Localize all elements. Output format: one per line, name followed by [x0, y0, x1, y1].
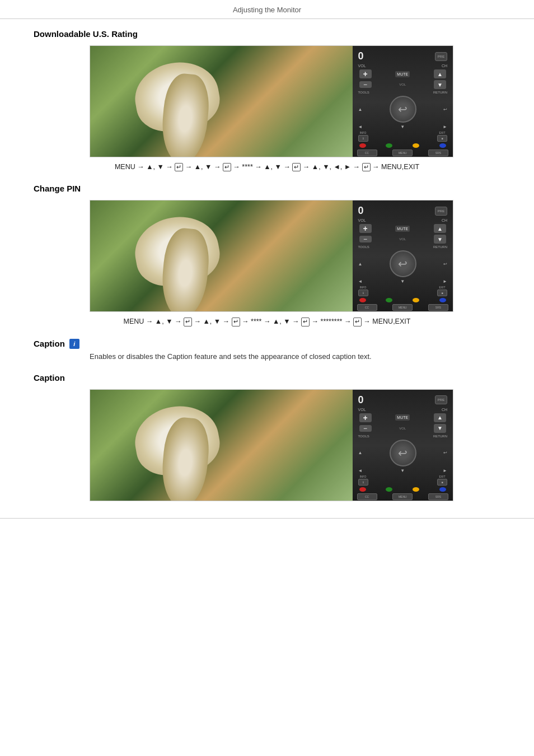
- mute-btn-3: MUTE: [395, 414, 410, 421]
- info-block-1: INFO ℹ: [358, 131, 368, 142]
- remote-top-row-2: 0 PRE: [356, 205, 449, 217]
- ch-up-1: ▲: [434, 69, 446, 78]
- green-btn-1: [386, 143, 392, 148]
- nav-right-3: ►: [443, 468, 447, 473]
- info-label-3: INFO: [360, 475, 367, 478]
- tools-label-1: TOOLS: [358, 91, 369, 94]
- yellow-btn-2: [413, 298, 419, 302]
- exit-btn-2: ■: [437, 290, 447, 296]
- vol-label-3: VOL: [358, 408, 366, 412]
- info-icon: i: [69, 339, 79, 349]
- info-btn-2: ℹ: [358, 290, 368, 296]
- remote-vol-down-row-1: − VOL ▼: [356, 80, 449, 89]
- yellow-btn-1: [413, 143, 419, 148]
- remote-pre-icon-1: PRE: [435, 52, 447, 61]
- remote-2: 0 PRE VOL CH + MUTE ▲ − VOL ▼: [353, 200, 453, 312]
- section-title-change-pin: Change PIN: [34, 184, 500, 193]
- header-title: Adjusting the Monitor: [233, 6, 301, 14]
- srs-btn-2: SRS: [428, 304, 448, 311]
- remote-top-row-3: 0 PRE: [356, 394, 449, 406]
- menu-btn-1: MENU: [392, 150, 413, 156]
- ch-up-2: ▲: [434, 224, 446, 233]
- red-btn-1: [359, 143, 366, 148]
- vol-num-2: VOL: [399, 237, 406, 241]
- image-change-pin: 0 PRE VOL CH + MUTE ▲ − VOL ▼: [90, 200, 453, 312]
- nav-up-3: ▲: [358, 450, 363, 455]
- green-btn-2: [386, 298, 392, 302]
- vol-minus-1: −: [359, 81, 372, 88]
- exit-btn-3: ■: [437, 479, 447, 486]
- remote-top-row-1: 0 PRE: [356, 50, 449, 62]
- butterfly-image-3: [90, 390, 353, 501]
- red-btn-3: [359, 487, 366, 492]
- blue-btn-2: [439, 298, 446, 302]
- section-title-downloadable: Downloadable U.S. Rating: [34, 29, 500, 39]
- tools-label-2: TOOLS: [358, 245, 369, 249]
- nav-left-1: ◄: [358, 124, 363, 129]
- return-btn-2: ↩: [443, 262, 447, 267]
- return-label-3: RETURN: [433, 435, 447, 438]
- caption-title-row: Caption i: [34, 339, 500, 349]
- formula-change-pin: MENU → ▲, ▼ → ↵ → ▲, ▼ → ↵ → **** → ▲, ▼…: [34, 318, 500, 326]
- remote-pre-label-3: PRE: [438, 398, 444, 402]
- cc-btn-2: CC: [357, 304, 377, 311]
- blue-btn-3: [439, 487, 446, 492]
- bottom-row-1: CC MENU SRS: [356, 150, 449, 156]
- tools-return-row-2: TOOLS RETURN: [356, 245, 449, 249]
- section-change-pin: Change PIN 0 PRE VOL CH + MUTE ▲: [34, 184, 500, 326]
- ch-label-2: CH: [442, 218, 447, 222]
- colored-row-3: [356, 487, 449, 492]
- butterfly-image-2: [90, 200, 353, 312]
- blue-btn-1: [439, 143, 446, 148]
- vol-minus-2: −: [359, 236, 372, 242]
- page-header: Adjusting the Monitor: [0, 0, 534, 19]
- nav-up-1: ▲: [358, 107, 363, 112]
- exit-label-3: EXIT: [439, 475, 445, 478]
- info-btn-1: ℹ: [358, 135, 368, 142]
- bottom-row-3: CC MENU SRS: [356, 493, 449, 500]
- vol-num-1: VOL: [399, 83, 406, 86]
- remote-3: 0 PRE VOL CH + MUTE ▲ − VOL ▼: [353, 390, 453, 501]
- exit-block-2: EXIT ■: [437, 286, 447, 296]
- center-btn-3: ↩: [390, 440, 416, 466]
- remote-vol-down-row-3: − VOL ▼: [356, 424, 449, 433]
- cc-btn-3: CC: [357, 493, 377, 500]
- remote-label-row-1: VOL CH: [356, 64, 449, 68]
- ch-down-1: ▼: [434, 80, 446, 89]
- remote-vol-ch-row-2: + MUTE ▲: [356, 224, 449, 233]
- tools-return-row-3: TOOLS RETURN: [356, 435, 449, 438]
- tools-return-row-1: TOOLS RETURN: [356, 91, 449, 94]
- exit-block-3: EXIT ■: [437, 475, 447, 486]
- cc-btn-1: CC: [357, 150, 377, 156]
- return-label-1: RETURN: [433, 91, 447, 94]
- remote-pre-icon-3: PRE: [435, 395, 447, 404]
- image-caption: 0 PRE VOL CH + MUTE ▲ − VOL ▼: [90, 389, 453, 501]
- exit-block-1: EXIT ■: [437, 131, 447, 142]
- caption-info-title: Caption: [34, 339, 65, 348]
- remote-vol-ch-row-1: + MUTE ▲: [356, 69, 449, 78]
- tools-label-3: TOOLS: [358, 435, 369, 438]
- remote-pre-label-2: PRE: [438, 209, 444, 213]
- nav-row-2: ▲ ↩ ↩: [356, 250, 449, 277]
- remote-num-2: 0: [358, 205, 364, 217]
- vol-minus-3: −: [359, 425, 372, 432]
- image-downloadable: 0 PRE VOL CH + MUTE ▲ − VOL ▼: [90, 45, 453, 157]
- srs-btn-1: SRS: [428, 150, 448, 156]
- ch-up-3: ▲: [434, 413, 446, 422]
- vol-plus-2: +: [359, 224, 372, 233]
- mute-btn-1: MUTE: [395, 71, 410, 77]
- ch-down-2: ▼: [434, 235, 446, 244]
- ch-down-3: ▼: [434, 424, 446, 433]
- page-footer: [0, 518, 534, 530]
- nav-down-3: ▼: [400, 468, 405, 473]
- ch-label-3: CH: [442, 408, 447, 412]
- yellow-btn-3: [413, 487, 419, 492]
- vol-plus-3: +: [359, 413, 372, 422]
- exit-label-2: EXIT: [439, 286, 445, 289]
- colored-row-2: [356, 298, 449, 302]
- remote-vol-down-row-2: − VOL ▼: [356, 235, 449, 244]
- return-btn-1: ↩: [443, 107, 447, 112]
- vol-plus-1: +: [359, 69, 372, 78]
- ch-label-1: CH: [442, 64, 447, 68]
- formula-downloadable: MENU → ▲, ▼ → ↵ → ▲, ▼ → ↵ → **** → ▲, ▼…: [34, 163, 500, 171]
